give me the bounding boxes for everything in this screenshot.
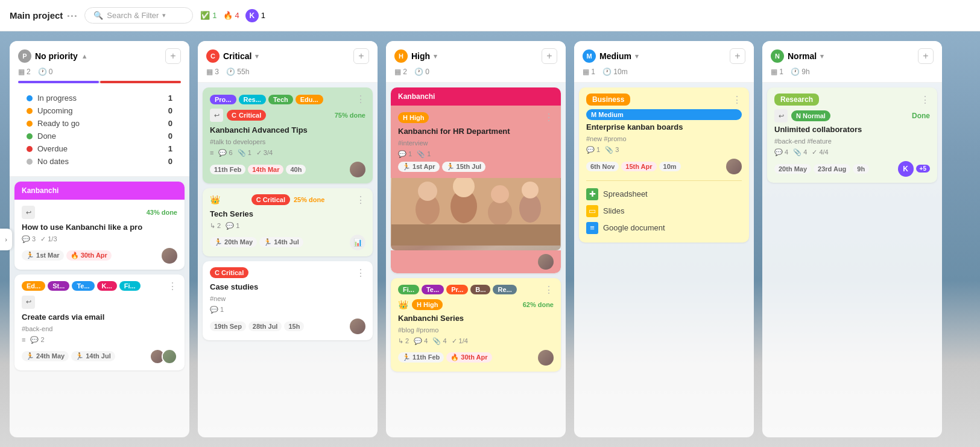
date1: 19th Sep bbox=[210, 322, 246, 331]
status-done[interactable]: Done 0 bbox=[27, 130, 172, 142]
priority-row: C Critical ⋮ bbox=[210, 267, 365, 279]
column-title-medium[interactable]: M Medium ▾ bbox=[583, 49, 639, 63]
cards-icon: ▦ bbox=[18, 68, 25, 76]
status-no-dates[interactable]: No dates 0 bbox=[27, 155, 172, 168]
card-case-studies[interactable]: C Critical ⋮ Case studies #new 💬 1 19th … bbox=[203, 261, 373, 340]
column-chevron: ▾ bbox=[434, 52, 437, 60]
status-in-progress[interactable]: In progress 1 bbox=[27, 92, 172, 104]
card-enterprise[interactable]: Business ⋮ M Medium Enterprise kanban bo… bbox=[579, 87, 749, 243]
column-cards-normal: Research ⋮ ↩ N Normal Done Unlimited col… bbox=[762, 83, 942, 437]
project-title[interactable]: Main project ⋯ bbox=[10, 9, 77, 22]
column-add-button[interactable]: + bbox=[165, 48, 181, 64]
priority-icon-m: M bbox=[583, 49, 596, 63]
card-footer: 20th May 23rd Aug 9h K +5 bbox=[774, 161, 930, 177]
resource-spreadsheet[interactable]: ✚ Spreadsheet bbox=[586, 186, 742, 203]
people-photo bbox=[391, 178, 561, 250]
column-title-critical[interactable]: C Critical ▾ bbox=[206, 49, 259, 63]
dot-overdue bbox=[27, 146, 33, 152]
search-icon: 🔍 bbox=[93, 11, 103, 20]
column-add-button[interactable]: + bbox=[918, 48, 934, 64]
badge-k[interactable]: K 1 bbox=[245, 9, 265, 22]
card-menu[interactable]: ⋮ bbox=[920, 94, 930, 106]
column-title-label: No priority bbox=[35, 51, 78, 61]
priority-icon-c: C bbox=[206, 49, 220, 63]
card-image bbox=[391, 178, 561, 250]
priority-icon-p: P bbox=[18, 49, 31, 63]
card-meta: ↳ 2 💬 1 bbox=[210, 222, 365, 230]
date2: 23rd Aug bbox=[814, 164, 850, 174]
column-header-medium: M Medium ▾ + ▦ 1 🕐 10m bbox=[574, 41, 754, 83]
business-tag: Business bbox=[586, 94, 630, 106]
card-hr-dept[interactable]: Kanbanchi H High ⋮ Kanbanchi for HR Depa… bbox=[391, 87, 561, 273]
card-header-kanbanchi: Kanbanchi bbox=[391, 87, 561, 106]
avatar-icon: 📊 bbox=[350, 235, 365, 250]
badge-fire[interactable]: 🔥 4 bbox=[223, 11, 239, 20]
card-body-hr: H High ⋮ Kanbanchi for HR Department #in… bbox=[391, 106, 561, 178]
column-add-button[interactable]: + bbox=[542, 48, 557, 64]
resource-google-doc[interactable]: ≡ Google document bbox=[586, 220, 742, 236]
column-add-button[interactable]: + bbox=[730, 48, 745, 64]
card-menu[interactable]: ⋮ bbox=[168, 281, 177, 292]
card-title: Kanbanchi for HR Department bbox=[398, 127, 554, 137]
project-menu-dots[interactable]: ⋯ bbox=[66, 9, 77, 22]
column-stats: ▦ 2 🕐 0 bbox=[18, 68, 181, 76]
priority-row: 👑 H High 62% done bbox=[398, 299, 554, 310]
stat-time: 🕐 0 bbox=[414, 68, 429, 76]
date2: 14th Mar bbox=[248, 165, 283, 174]
priority-badge-high: H High bbox=[412, 299, 443, 310]
column-chevron: ▲ bbox=[81, 52, 88, 60]
dot-upcoming bbox=[27, 108, 33, 114]
card-tech-series[interactable]: 👑 C Critical 25% done ⋮ Tech Series ↳ 2 … bbox=[203, 188, 373, 256]
sidebar-toggle[interactable]: › bbox=[0, 229, 12, 250]
card-menu[interactable]: ⋮ bbox=[356, 267, 365, 279]
card-advanced-tips[interactable]: Pro... Res... Tech Edu... ⋮ ↩ C Critical… bbox=[203, 87, 373, 183]
card-menu[interactable]: ⋮ bbox=[356, 194, 365, 206]
card-tags-row: Fi... Te... Pr... B... Re... ⋮ bbox=[398, 284, 554, 296]
resource-label: Google document bbox=[603, 223, 665, 232]
column-title-normal[interactable]: N Normal ▾ bbox=[771, 49, 824, 63]
footer-dates: 11th Feb 14th Mar 40h bbox=[210, 165, 306, 174]
slides-icon: ▭ bbox=[586, 205, 598, 217]
card-kanbanchi-series[interactable]: Fi... Te... Pr... B... Re... ⋮ 👑 H High … bbox=[391, 278, 561, 372]
column-add-button[interactable]: + bbox=[353, 48, 369, 64]
status-ready-to-go[interactable]: Ready to go 0 bbox=[27, 117, 172, 130]
date1: 🏃 20th May bbox=[210, 237, 257, 247]
card-body-kanbanchi: ↩ 43% done How to use Kanbanchi like a p… bbox=[14, 200, 185, 270]
resource-slides[interactable]: ▭ Slides bbox=[586, 203, 742, 220]
attach-meta: 📎 4 bbox=[793, 148, 807, 156]
priority-row: ↩ C Critical 75% done bbox=[210, 109, 365, 122]
progress-segment-red bbox=[100, 81, 181, 83]
card-menu[interactable]: ⋮ bbox=[732, 94, 742, 106]
search-placeholder: Search & Filter bbox=[107, 11, 159, 20]
card-footer: 6th Nov 15th Apr 10m bbox=[586, 159, 742, 174]
tag-b: B... bbox=[470, 285, 490, 294]
card-tags-row: ↩ 43% done bbox=[22, 206, 177, 219]
tags: Pro... Res... Tech Edu... bbox=[210, 95, 323, 104]
link-icon: ↩ bbox=[22, 206, 35, 219]
resource-links: ✚ Spreadsheet ▭ Slides ≡ Google document bbox=[586, 180, 742, 236]
column-chevron: ▾ bbox=[255, 52, 259, 60]
card-menu[interactable]: ⋮ bbox=[544, 284, 554, 296]
badge-check-count: 1 bbox=[212, 11, 217, 20]
column-title-high[interactable]: H High ▾ bbox=[394, 49, 437, 63]
done-pct: 62% done bbox=[523, 301, 554, 308]
attach-meta: 📎 3 bbox=[605, 146, 619, 154]
card-menu[interactable]: ⋮ bbox=[544, 112, 554, 123]
card-email[interactable]: Ed... St... Te... K... Fi... ⋮ ↩ Create … bbox=[14, 274, 185, 370]
date1: 🏃 1st Mar bbox=[22, 250, 64, 261]
badge-check[interactable]: ✅ 1 bbox=[200, 11, 217, 20]
status-upcoming[interactable]: Upcoming 0 bbox=[27, 104, 172, 117]
card-meta: 💬 1 📎 3 bbox=[586, 146, 742, 154]
attach-meta: 📎 1 bbox=[238, 149, 251, 157]
card-unlimited-collab[interactable]: Research ⋮ ↩ N Normal Done Unlimited col… bbox=[767, 87, 937, 183]
priority-badge-high: H High bbox=[398, 112, 429, 123]
card-kanbanchi-pro[interactable]: Kanbanchi ↩ 43% done How to use Kanbanch… bbox=[14, 182, 185, 270]
card-menu[interactable]: ⋮ bbox=[356, 94, 365, 105]
column-title-no-priority[interactable]: P No priority ▲ bbox=[18, 49, 88, 63]
tag-re: Re... bbox=[493, 285, 516, 294]
priority-row: M Medium bbox=[586, 109, 742, 120]
status-overdue[interactable]: Overdue 1 bbox=[27, 142, 172, 155]
app-header: Main project ⋯ 🔍 Search & Filter ▾ ✅ 1 🔥… bbox=[0, 0, 980, 31]
card-meta: ↳ 2 💬 4 📎 4 ✓ 1/4 bbox=[398, 337, 554, 345]
search-filter[interactable]: 🔍 Search & Filter ▾ bbox=[84, 7, 193, 24]
